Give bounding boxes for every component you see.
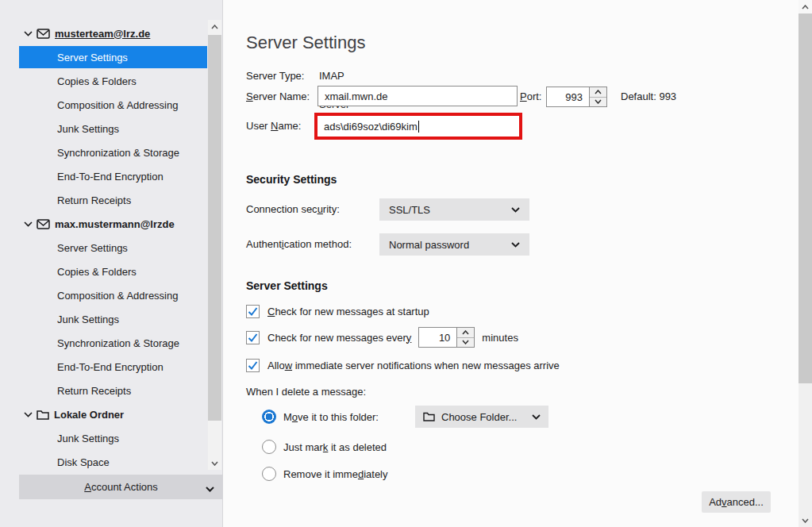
authentication-method-label: Authentication method: <box>246 238 352 250</box>
check-every-label: Check for new messages every <box>267 332 411 344</box>
sidebar-item-e2e-encryption[interactable]: End-To-End Encryption <box>19 355 205 379</box>
authentication-method-value: Normal password <box>389 239 469 251</box>
mark-deleted-radio[interactable] <box>262 440 276 454</box>
checkmark-icon <box>247 360 259 371</box>
server-name-label: Server Name: <box>246 90 310 102</box>
sidebar-account-lokale-ordner[interactable]: Lokale Ordner <box>19 402 205 426</box>
sidebar-scrollbar[interactable] <box>208 20 221 470</box>
spin-up-icon[interactable] <box>457 328 474 337</box>
checkmark-icon <box>247 332 259 344</box>
sidebar-item-junk-settings[interactable]: Junk Settings <box>19 117 205 140</box>
connection-security-label: Connection security: <box>246 203 340 215</box>
scrollbar-thumb[interactable] <box>799 13 812 383</box>
choose-folder-button[interactable]: Choose Folder... <box>415 406 548 428</box>
sidebar-item-sync-storage[interactable]: Synchronization & Storage <box>19 140 205 164</box>
sidebar-item-copies-folders[interactable]: Copies & Folders <box>19 69 205 93</box>
allow-notifications-label: Allow immediate server notifications whe… <box>267 360 560 371</box>
sidebar-item-junk-settings[interactable]: Junk Settings <box>19 426 205 450</box>
account-name: musterteam@lrz.de <box>55 28 150 40</box>
scroll-up-icon[interactable] <box>208 20 221 33</box>
account-actions-label: Account Actions <box>84 481 158 493</box>
connection-security-row: Connection security: SSL/TLS <box>246 198 340 221</box>
security-settings-heading: Security Settings <box>246 173 337 186</box>
account-actions-button[interactable]: Account Actions <box>19 475 223 499</box>
scrollbar-thumb[interactable] <box>208 35 221 421</box>
sidebar-item-composition-addressing[interactable]: Composition & Addressing <box>19 93 205 117</box>
check-startup-checkbox[interactable] <box>246 305 260 318</box>
sidebar-item-return-receipts[interactable]: Return Receipts <box>19 379 205 402</box>
remove-immediately-row: Remove it immediately <box>246 463 388 485</box>
folder-icon <box>37 410 49 420</box>
connection-security-dropdown[interactable]: SSL/TLS <box>379 198 529 221</box>
server-settings-panel: Server Settings Server Type: IMAP Mail S… <box>223 0 812 527</box>
sidebar-item-server-settings[interactable]: Server Settings <box>19 46 207 68</box>
server-type-label: Server Type: <box>246 70 304 82</box>
remove-immediately-label: Remove it immediately <box>283 468 388 480</box>
check-every-value[interactable]: 10 <box>418 327 457 348</box>
port-input[interactable]: 993 <box>546 87 607 107</box>
authentication-method-row: Authentication method: Normal password <box>246 233 352 256</box>
advanced-button-label: Advanced... <box>709 496 764 508</box>
server-name-row: Server Name: xmail.mwn.de Port: 993 Defa… <box>246 86 786 108</box>
port-value[interactable]: 993 <box>546 87 590 107</box>
server-settings-heading: Server Settings <box>246 279 328 292</box>
user-name-row: User Name: ads\di69soz\di69kim <box>246 113 301 140</box>
move-to-folder-row: Move it to this folder: Choose Folder... <box>246 406 786 428</box>
sidebar-account-max-mustermann[interactable]: max.mustermann@lrzde <box>19 212 205 236</box>
chevron-down-icon[interactable] <box>22 412 33 417</box>
port-label: Port: <box>520 86 541 108</box>
connection-security-value: SSL/TLS <box>389 204 430 216</box>
chevron-down-icon <box>532 414 541 420</box>
advanced-button[interactable]: Advanced... <box>702 491 771 513</box>
sidebar-item-junk-settings[interactable]: Junk Settings <box>19 307 205 331</box>
check-every-row: Check for new messages every 10 minutes <box>246 326 518 348</box>
server-type-row: Server Type: IMAP Mail Server <box>246 69 304 83</box>
authentication-method-dropdown[interactable]: Normal password <box>379 233 529 256</box>
user-name-input[interactable]: ads\di69soz\di69kim <box>317 116 519 137</box>
mark-deleted-row: Just mark it as deleted <box>246 436 387 458</box>
port-default-text: Default: 993 <box>621 86 676 108</box>
scroll-down-icon[interactable] <box>799 514 812 527</box>
check-startup-label: Check for new messages at startup <box>267 306 429 317</box>
spin-up-icon[interactable] <box>590 87 606 97</box>
mark-deleted-label: Just mark it as deleted <box>283 441 387 453</box>
chevron-down-icon[interactable] <box>22 221 33 227</box>
highlight-annotation-box: ads\di69soz\di69kim <box>314 113 522 140</box>
sidebar-item-disk-space[interactable]: Disk Space <box>19 450 205 474</box>
folder-icon <box>423 412 435 421</box>
sidebar-item-return-receipts[interactable]: Return Receipts <box>19 188 205 212</box>
sidebar-item-server-settings[interactable]: Server Settings <box>19 236 205 260</box>
remove-immediately-radio[interactable] <box>262 467 276 481</box>
sidebar-account-musterteam[interactable]: musterteam@lrz.de <box>19 21 205 45</box>
chevron-down-icon <box>511 207 520 213</box>
sidebar-item-sync-storage[interactable]: Synchronization & Storage <box>19 331 205 355</box>
move-to-folder-radio[interactable] <box>262 410 276 424</box>
allow-notifications-row: Allow immediate server notifications whe… <box>246 357 560 373</box>
account-settings-sidebar: musterteam@lrz.de Server Settings Copies… <box>0 0 223 527</box>
sidebar-item-e2e-encryption[interactable]: End-To-End Encryption <box>19 164 205 188</box>
check-every-input[interactable]: 10 <box>418 327 475 348</box>
server-name-input[interactable]: xmail.mwn.de <box>317 86 518 106</box>
scroll-up-icon[interactable] <box>799 0 812 13</box>
sidebar-item-composition-addressing[interactable]: Composition & Addressing <box>19 283 205 307</box>
allow-notifications-checkbox[interactable] <box>246 359 260 372</box>
move-to-folder-label: Move it to this folder: <box>283 411 379 423</box>
when-delete-label: When I delete a message: <box>246 384 366 400</box>
spin-down-icon[interactable] <box>590 97 606 107</box>
page-title: Server Settings <box>246 33 365 53</box>
chevron-down-icon[interactable] <box>22 31 33 37</box>
main-scrollbar[interactable] <box>799 0 812 527</box>
check-startup-row: Check for new messages at startup <box>246 303 429 319</box>
port-spinner[interactable] <box>589 87 607 107</box>
choose-folder-label: Choose Folder... <box>441 411 517 423</box>
user-name-label: User Name: <box>246 120 301 132</box>
check-every-checkbox[interactable] <box>246 331 260 344</box>
sidebar-item-copies-folders[interactable]: Copies & Folders <box>19 260 205 283</box>
chevron-down-icon <box>206 483 214 494</box>
mail-envelope-icon <box>37 219 50 229</box>
text-cursor <box>418 121 419 133</box>
minutes-spinner[interactable] <box>456 327 475 348</box>
scroll-down-icon[interactable] <box>208 456 221 470</box>
chevron-down-icon <box>511 242 520 248</box>
spin-down-icon[interactable] <box>457 337 474 348</box>
